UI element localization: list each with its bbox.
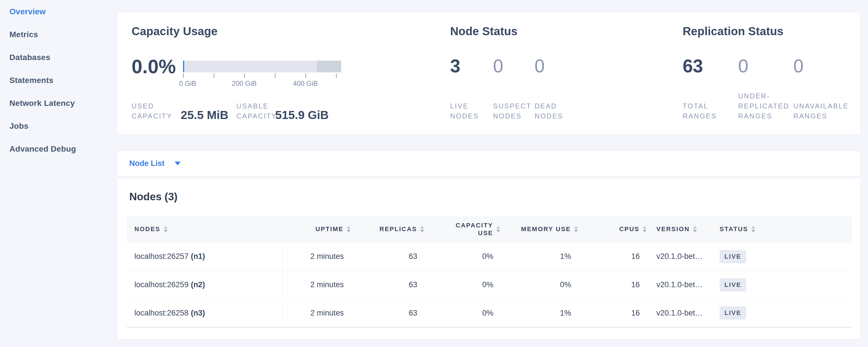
- unavailable-ranges-value: 0: [793, 55, 854, 77]
- memory-use-cell: 1%: [503, 242, 581, 271]
- node-status-labels: LIVE NODES SUSPECT NODES DEAD NODES: [450, 101, 586, 121]
- nodes-table-title: Nodes (3): [129, 191, 178, 203]
- column-header-cpus[interactable]: CPUS: [581, 216, 650, 242]
- cpus-cell: 16: [581, 242, 650, 271]
- capacity-bar-dark-segment: [317, 61, 341, 72]
- unavailable-ranges-label: UNAVAILABLE RANGES: [793, 101, 854, 121]
- column-header-memory-use[interactable]: MEMORY USE: [503, 216, 581, 242]
- capacity-use-cell: 0%: [427, 271, 503, 299]
- live-nodes-label: LIVE NODES: [450, 101, 493, 121]
- axis-tick: [244, 73, 245, 78]
- cpus-cell: 16: [581, 299, 650, 327]
- sidebar-item-databases[interactable]: Databases: [0, 54, 117, 62]
- version-cell: v20.1.0-bet…: [650, 299, 712, 327]
- column-header-uptime[interactable]: UPTIME: [283, 216, 353, 242]
- chevron-down-icon[interactable]: [175, 162, 181, 165]
- memory-use-cell: 1%: [503, 299, 581, 327]
- dead-nodes-label: DEAD NODES: [534, 101, 586, 121]
- sidebar-item-advanced-debug[interactable]: Advanced Debug: [0, 145, 117, 153]
- table-row-node-2[interactable]: localhost:26259(n2) 2 minutes 63 0% 0% 1…: [127, 271, 852, 299]
- node-status-title: Node Status: [450, 25, 518, 38]
- status-badge: LIVE: [719, 250, 746, 263]
- node-address-cell: localhost:26257(n1): [127, 242, 283, 271]
- capacity-bar-chart: 0 GiB 200 GiB 400 GiB: [183, 61, 354, 95]
- replication-labels: TOTAL RANGES UNDER-REPLICATED RANGES UNA…: [683, 91, 854, 121]
- under-replicated-ranges-label: UNDER-REPLICATED RANGES: [738, 91, 793, 121]
- column-header-replicas[interactable]: REPLICAS: [353, 216, 427, 242]
- axis-tick: [336, 73, 337, 78]
- sidebar-item-network-latency[interactable]: Network Latency: [0, 99, 117, 107]
- memory-use-cell: 0%: [503, 271, 581, 299]
- cluster-summary-card: Capacity Usage 0.0% 0 GiB 200 GiB 400 Gi…: [117, 12, 861, 134]
- status-cell: LIVE: [712, 271, 852, 299]
- table-row-node-1[interactable]: localhost:26257(n1) 2 minutes 63 0% 1% 1…: [127, 242, 852, 271]
- used-capacity-label: USED CAPACITY: [131, 101, 181, 121]
- capacity-use-cell: 0%: [427, 299, 503, 327]
- sort-icon[interactable]: [163, 226, 167, 232]
- replication-status-title: Replication Status: [683, 25, 784, 38]
- sidebar-item-jobs[interactable]: Jobs: [0, 122, 117, 130]
- status-cell: LIVE: [712, 299, 852, 327]
- sidebar: Overview Metrics Databases Statements Ne…: [0, 8, 117, 168]
- sort-icon[interactable]: [420, 226, 424, 232]
- capacity-stats: USED CAPACITY 25.5 MiB USABLE CAPACITY 5…: [131, 101, 337, 121]
- app-root: Overview Metrics Databases Statements Ne…: [0, 0, 868, 347]
- replicas-cell: 63: [353, 299, 427, 327]
- live-nodes-value: 3: [450, 55, 493, 77]
- dead-nodes-value: 0: [534, 55, 586, 77]
- uptime-cell: 2 minutes: [283, 299, 353, 327]
- uptime-cell: 2 minutes: [283, 271, 353, 299]
- axis-label-400gib: 400 GiB: [293, 80, 318, 88]
- node-list-dropdown[interactable]: Node List: [129, 159, 164, 168]
- sidebar-item-metrics[interactable]: Metrics: [0, 31, 117, 39]
- replication-values: 63 0 0: [683, 55, 854, 77]
- version-cell: v20.1.0-bet…: [650, 242, 712, 271]
- column-header-status[interactable]: STATUS: [712, 216, 852, 242]
- axis-tick: [275, 73, 275, 78]
- suspect-nodes-value: 0: [493, 55, 534, 77]
- status-badge: LIVE: [719, 306, 746, 319]
- sort-icon[interactable]: [496, 226, 500, 232]
- sidebar-item-statements[interactable]: Statements: [0, 76, 117, 84]
- sort-icon[interactable]: [751, 226, 755, 232]
- capacity-bar-used-marker: [183, 61, 184, 72]
- axis-tick: [214, 73, 214, 78]
- table-row-node-3[interactable]: localhost:26258(n3) 2 minutes 63 0% 1% 1…: [127, 299, 852, 327]
- version-cell: v20.1.0-bet…: [650, 271, 712, 299]
- replication-status-panel: Replication Status 63 0 0 TOTAL RANGES U…: [683, 12, 861, 134]
- capacity-bar: [183, 61, 341, 72]
- replicas-cell: 63: [353, 242, 427, 271]
- capacity-use-cell: 0%: [427, 242, 503, 271]
- under-replicated-ranges-value: 0: [738, 55, 793, 77]
- sort-icon[interactable]: [574, 226, 578, 232]
- capacity-usage-title: Capacity Usage: [131, 25, 218, 38]
- node-address-cell: localhost:26258(n3): [127, 299, 283, 327]
- column-header-capacity-use[interactable]: CAPACITY USE: [427, 216, 503, 242]
- column-header-version[interactable]: VERSION: [650, 216, 712, 242]
- status-badge: LIVE: [719, 278, 746, 291]
- table-header-row: NODES UPTIME REPLICAS CAPACIT: [127, 216, 852, 242]
- sort-icon[interactable]: [693, 226, 697, 232]
- sidebar-item-overview[interactable]: Overview: [0, 8, 117, 16]
- sort-icon[interactable]: [347, 226, 351, 232]
- node-list-selector-card: Node List: [117, 151, 861, 177]
- capacity-usage-panel: Capacity Usage 0.0% 0 GiB 200 GiB 400 Gi…: [131, 12, 449, 134]
- usable-capacity-label: USABLE CAPACITY: [236, 101, 275, 121]
- node-status-panel: Node Status 3 0 0 LIVE NODES SUSPECT NOD…: [450, 12, 673, 134]
- node-status-values: 3 0 0: [450, 55, 586, 77]
- used-capacity-value: 25.5 MiB: [181, 109, 228, 121]
- nodes-table-card: Nodes (3) NODES UPTIME: [117, 178, 861, 339]
- node-address-cell: localhost:26259(n2): [127, 271, 283, 299]
- column-header-nodes[interactable]: NODES: [127, 216, 283, 242]
- axis-label-200gib: 200 GiB: [232, 80, 257, 88]
- suspect-nodes-label: SUSPECT NODES: [493, 101, 534, 121]
- axis-label-0gib: 0 GiB: [179, 80, 196, 88]
- usable-capacity-value: 515.9 GiB: [275, 109, 329, 121]
- total-ranges-label: TOTAL RANGES: [683, 101, 738, 121]
- status-cell: LIVE: [712, 242, 852, 271]
- sort-icon[interactable]: [643, 226, 647, 232]
- nodes-table: NODES UPTIME REPLICAS CAPACIT: [127, 216, 852, 327]
- axis-tick: [305, 73, 306, 78]
- cpus-cell: 16: [581, 271, 650, 299]
- axis-tick: [183, 73, 184, 78]
